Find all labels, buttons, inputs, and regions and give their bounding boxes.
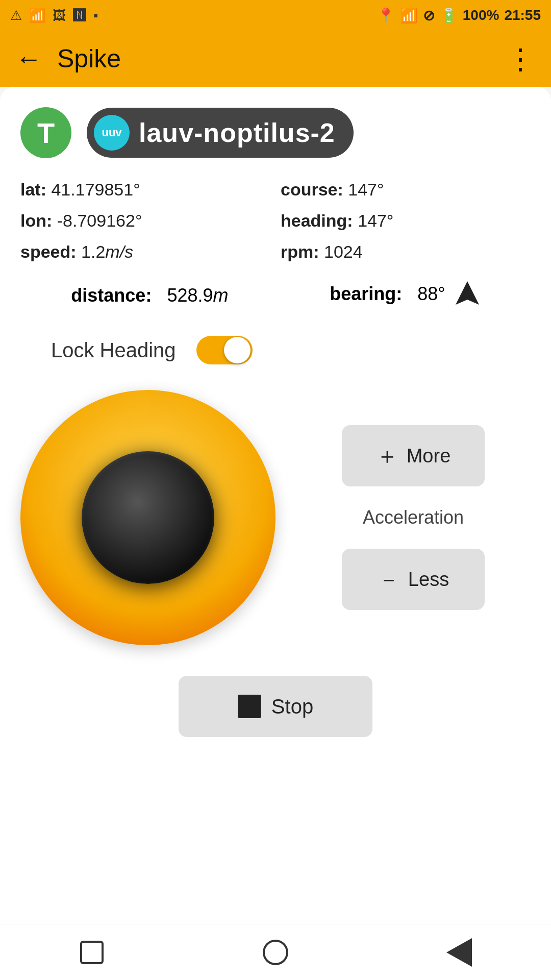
square-icon: ▪ — [93, 8, 98, 23]
device-name: lauv-noptilus-2 — [139, 117, 335, 148]
heading-val: 147° — [358, 211, 393, 230]
lat-row: lat: 41.179851° — [20, 177, 270, 203]
status-bar: ⚠ 📶 🖼 🅽 ▪ 📍 📶 ⊘ 🔋 100% 21:55 — [0, 0, 551, 31]
course-label: course: — [281, 180, 343, 199]
lon-val: -8.709162° — [57, 211, 142, 230]
lock-heading-label: Lock Heading — [51, 339, 176, 362]
battery-percent: 100% — [463, 7, 499, 23]
no-signal-icon: 📶 — [29, 8, 45, 23]
n-icon: 🅽 — [73, 8, 86, 23]
main-content: T uuv lauv-noptilus-2 lat: 41.179851° co… — [0, 87, 551, 980]
distance-bearing-row: distance: 528.9m bearing: 88° — [20, 280, 531, 310]
square-nav-icon — [80, 941, 104, 964]
status-right: 📍 📶 ⊘ 🔋 100% 21:55 — [377, 7, 541, 24]
status-icons-left: ⚠ 📶 🖼 🅽 ▪ — [10, 8, 98, 23]
joystick-outer[interactable] — [20, 390, 276, 645]
uuv-badge: uuv — [94, 115, 130, 151]
toggle-knob — [224, 337, 251, 363]
bearing-section: bearing: 88° — [330, 280, 480, 310]
more-label: More — [407, 445, 451, 467]
app-bar: ← Spike ⋮ — [0, 31, 551, 87]
circle-nav-icon — [263, 940, 288, 965]
course-row: course: 147° — [281, 177, 531, 203]
signal-off-icon: ⊘ — [423, 7, 435, 24]
recent-apps-button[interactable] — [71, 932, 112, 973]
distance-section: distance: 528.9m — [71, 285, 228, 306]
joystick-inner — [82, 451, 214, 584]
time-display: 21:55 — [504, 7, 541, 23]
distance-value: 528.9 — [167, 285, 213, 306]
joystick-container[interactable] — [20, 390, 276, 645]
rpm-label: rpm: — [281, 242, 319, 261]
course-val: 147° — [348, 180, 384, 199]
less-label: Less — [408, 569, 449, 591]
triangle-nav-icon — [446, 938, 472, 967]
rpm-val: 1024 — [324, 242, 363, 261]
app-title: Spike — [57, 44, 506, 74]
speed-label: speed: — [20, 242, 77, 261]
warning-icon: ⚠ — [10, 8, 22, 23]
battery-icon: 🔋 — [440, 7, 458, 24]
lat-label: lat: — [20, 180, 46, 199]
bearing-arrow-icon — [455, 280, 480, 310]
avatar: T — [20, 107, 71, 158]
distance-label: distance: — [71, 285, 152, 306]
device-name-badge: uuv lauv-noptilus-2 — [87, 108, 354, 158]
controls-section: ＋ More Acceleration － Less — [20, 390, 531, 645]
stop-button[interactable]: Stop — [179, 676, 372, 737]
lock-heading-toggle[interactable] — [196, 336, 253, 364]
nav-bar — [0, 924, 551, 980]
speed-unit: m/s — [105, 242, 133, 261]
device-header: T uuv lauv-noptilus-2 — [20, 107, 531, 158]
lock-heading-row: Lock Heading — [20, 336, 531, 364]
right-controls: ＋ More Acceleration － Less — [296, 425, 531, 610]
wifi-icon: 📶 — [400, 7, 418, 24]
stop-button-row: Stop — [20, 676, 531, 737]
back-button[interactable]: ← — [15, 43, 42, 74]
location-icon: 📍 — [377, 7, 395, 24]
heading-label: heading: — [281, 211, 353, 230]
home-button[interactable] — [255, 932, 296, 973]
lon-row: lon: -8.709162° — [20, 208, 270, 234]
image-icon: 🖼 — [53, 8, 66, 23]
minus-icon: － — [378, 565, 400, 595]
stop-icon — [238, 695, 261, 718]
plus-icon: ＋ — [376, 441, 398, 471]
more-button[interactable]: ＋ More — [342, 425, 485, 486]
lon-label: lon: — [20, 211, 52, 230]
back-nav-button[interactable] — [439, 932, 480, 973]
svg-marker-0 — [456, 281, 479, 305]
bearing-value: 88° — [417, 283, 445, 304]
less-button[interactable]: － Less — [342, 549, 485, 610]
heading-row: heading: 147° — [281, 208, 531, 234]
bearing-label: bearing: — [330, 283, 402, 304]
speed-val: 1.2 — [81, 242, 105, 261]
distance-unit: m — [213, 285, 228, 306]
rpm-row: rpm: 1024 — [281, 239, 531, 265]
acceleration-label: Acceleration — [363, 507, 464, 528]
speed-row: speed: 1.2m/s — [20, 239, 270, 265]
stop-label: Stop — [271, 695, 313, 718]
overflow-menu-button[interactable]: ⋮ — [506, 42, 536, 76]
lat-val: 41.179851° — [51, 180, 140, 199]
telemetry-grid: lat: 41.179851° course: 147° lon: -8.709… — [20, 177, 531, 265]
